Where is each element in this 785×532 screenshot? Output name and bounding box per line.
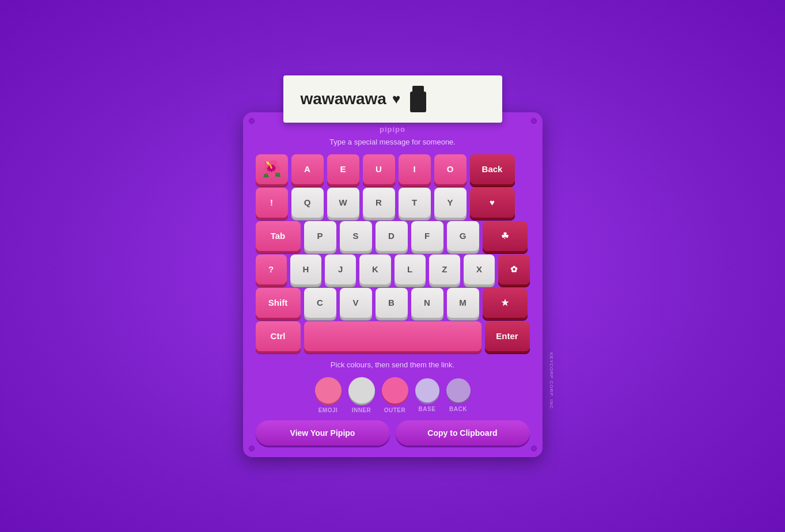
color-pickers: EMOJI INNER OUTER BASE bbox=[256, 377, 530, 413]
key-row-4: ? H J K L Z X ✿ bbox=[256, 254, 530, 284]
key-Z[interactable]: Z bbox=[429, 254, 460, 284]
screw-br bbox=[531, 446, 537, 451]
key-M[interactable]: M bbox=[447, 288, 479, 318]
key-U[interactable]: U bbox=[363, 154, 395, 184]
key-row-2: ! Q W R T Y ♥ bbox=[256, 188, 530, 218]
action-buttons: View Your Pipipo Copy to Clipboard bbox=[256, 420, 530, 446]
key-R[interactable]: R bbox=[363, 188, 395, 218]
app-container: wawawawa ♥ pipipo Type a special message… bbox=[243, 75, 543, 457]
color-picker-emoji: EMOJI bbox=[315, 377, 342, 413]
brand-logo: pipipo bbox=[380, 125, 405, 134]
key-Y[interactable]: Y bbox=[434, 188, 467, 218]
key-back[interactable]: Back bbox=[470, 154, 515, 184]
key-row-1: 🌺 A E U I O Back bbox=[256, 154, 530, 184]
key-shift[interactable]: Shift bbox=[256, 288, 301, 318]
key-exclaim[interactable]: ! bbox=[256, 188, 288, 218]
text-display: wawawawa ♥ bbox=[283, 75, 502, 123]
key-P[interactable]: P bbox=[304, 221, 336, 251]
view-pipipo-button[interactable]: View Your Pipipo bbox=[256, 420, 390, 446]
key-I[interactable]: I bbox=[399, 154, 431, 184]
screw-tl bbox=[249, 118, 255, 124]
key-star[interactable]: ★ bbox=[483, 288, 528, 318]
key-N[interactable]: N bbox=[411, 288, 443, 318]
key-O[interactable]: O bbox=[434, 154, 467, 184]
key-E[interactable]: E bbox=[327, 154, 359, 184]
key-space[interactable] bbox=[304, 321, 481, 351]
color-circle-outer[interactable] bbox=[382, 377, 408, 404]
key-X[interactable]: X bbox=[464, 254, 495, 284]
keyboard-panel: pipipo Type a special message for someon… bbox=[243, 112, 543, 457]
key-J[interactable]: J bbox=[325, 254, 356, 284]
key-flower[interactable]: ✿ bbox=[498, 254, 529, 284]
key-T[interactable]: T bbox=[399, 188, 431, 218]
color-label-back: BACK bbox=[449, 406, 467, 412]
color-label: Pick colours, then send them the link. bbox=[256, 360, 530, 369]
color-picker-outer: OUTER bbox=[382, 377, 408, 413]
key-G[interactable]: G bbox=[447, 221, 479, 251]
key-H[interactable]: H bbox=[290, 254, 321, 284]
key-question[interactable]: ? bbox=[256, 254, 287, 284]
key-V[interactable]: V bbox=[340, 288, 372, 318]
color-circle-base[interactable] bbox=[415, 378, 439, 402]
color-picker-inner: INNER bbox=[348, 377, 375, 413]
key-clover[interactable]: ☘ bbox=[483, 221, 528, 251]
usb-icon bbox=[407, 86, 429, 112]
copy-clipboard-button[interactable]: Copy to Clipboard bbox=[396, 420, 530, 446]
screw-bl bbox=[249, 446, 255, 451]
key-S[interactable]: S bbox=[340, 221, 372, 251]
key-B[interactable]: B bbox=[376, 288, 408, 318]
color-picker-back: BACK bbox=[446, 378, 471, 412]
text-display-content: wawawawa ♥ bbox=[301, 90, 401, 108]
key-tab[interactable]: Tab bbox=[256, 221, 301, 251]
key-A[interactable]: A bbox=[291, 154, 324, 184]
color-label-inner: INNER bbox=[352, 407, 371, 413]
color-label-outer: OUTER bbox=[384, 407, 406, 413]
key-heart[interactable]: ♥ bbox=[470, 188, 515, 218]
key-Q[interactable]: Q bbox=[291, 188, 324, 218]
color-circle-back[interactable] bbox=[446, 378, 471, 402]
screw-tr bbox=[531, 118, 537, 124]
key-F[interactable]: F bbox=[411, 221, 443, 251]
key-ctrl[interactable]: Ctrl bbox=[256, 321, 301, 351]
color-label-emoji: EMOJI bbox=[318, 407, 338, 413]
key-row-6: Ctrl Enter bbox=[256, 321, 530, 351]
key-K[interactable]: K bbox=[359, 254, 390, 284]
keyboard: 🌺 A E U I O Back ! Q W R T Y ♥ Tab bbox=[256, 154, 530, 351]
key-row-5: Shift C V B N M ★ bbox=[256, 288, 530, 318]
key-W[interactable]: W bbox=[327, 188, 359, 218]
color-circle-inner[interactable] bbox=[348, 377, 375, 404]
bottom-section: Pick colours, then send them the link. E… bbox=[256, 360, 530, 446]
side-text: KEYCORP CORP. INC. bbox=[549, 352, 554, 411]
subtitle-text: Type a special message for someone. bbox=[256, 138, 530, 146]
color-label-base: BASE bbox=[419, 406, 436, 412]
emoji-key[interactable]: 🌺 bbox=[256, 154, 288, 184]
key-C[interactable]: C bbox=[304, 288, 336, 318]
key-L[interactable]: L bbox=[395, 254, 426, 284]
logo-area: pipipo bbox=[256, 124, 530, 134]
typed-text: wawawawa bbox=[301, 90, 386, 108]
color-picker-base: BASE bbox=[415, 378, 439, 412]
key-D[interactable]: D bbox=[376, 221, 408, 251]
heart-icon: ♥ bbox=[392, 91, 400, 107]
key-enter[interactable]: Enter bbox=[485, 321, 530, 351]
key-row-3: Tab P S D F G ☘ bbox=[256, 221, 530, 251]
color-circle-emoji[interactable] bbox=[315, 377, 342, 404]
